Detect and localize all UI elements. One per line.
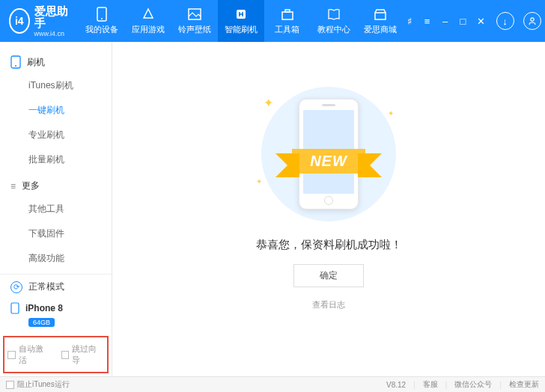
title-bar: i4 爱思助手 www.i4.cn 我的设备 应用游戏 铃声壁纸 智能刷机 工具… (0, 0, 545, 42)
wechat-link[interactable]: 微信公众号 (454, 379, 492, 390)
group-title: 刷机 (27, 56, 45, 69)
svg-point-9 (15, 65, 16, 67)
main-content: ✦ ✦ ✦ NEW 恭喜您，保资料刷机成功啦！ 确定 查看日志 (112, 42, 545, 376)
sidebar-item-other-tools[interactable]: 其他工具 (0, 197, 112, 221)
star-icon: ✦ (388, 109, 394, 117)
maximize-button[interactable]: □ (457, 15, 469, 27)
device-info[interactable]: iPhone 8 64GB (0, 299, 112, 335)
sidebar-item-pro-flash[interactable]: 专业刷机 (0, 123, 112, 147)
ok-button[interactable]: 确定 (293, 264, 364, 287)
tab-flash[interactable]: 智能刷机 (218, 0, 264, 42)
checkbox-label: 自动激活 (19, 343, 51, 366)
storage-badge: 64GB (28, 318, 55, 327)
tab-label: 铃声壁纸 (178, 24, 211, 35)
sidebar: 刷机 iTunes刷机 一键刷机 专业刷机 批量刷机 ≡ 更多 其他工具 下载固… (0, 42, 112, 376)
logo-icon: i4 (9, 8, 30, 34)
options-row: 自动激活 跳过向导 (3, 336, 109, 373)
tab-store[interactable]: 爱思商城 (357, 0, 404, 42)
success-message: 恭喜您，保资料刷机成功啦！ (256, 238, 402, 252)
star-icon: ✦ (256, 177, 262, 186)
check-update-link[interactable]: 检查更新 (509, 379, 539, 390)
store-icon (373, 7, 388, 22)
checkbox-label: 阻止iTunes运行 (17, 379, 70, 390)
sidebar-item-oneclick-flash[interactable]: 一键刷机 (0, 98, 112, 123)
skip-guide-checkbox[interactable]: 跳过向导 (61, 343, 105, 366)
svg-rect-6 (375, 13, 386, 19)
refresh-icon: ⟳ (10, 281, 22, 293)
sidebar-group-more[interactable]: ≡ 更多 (0, 172, 112, 197)
image-icon (187, 7, 202, 22)
tab-label: 工具箱 (275, 24, 299, 35)
menu-icon[interactable]: ♯ (404, 15, 415, 27)
tab-my-device[interactable]: 我的设备 (79, 0, 125, 42)
tab-label: 应用游戏 (132, 24, 165, 35)
download-button[interactable]: ↓ (496, 12, 514, 30)
new-ribbon: NEW (229, 145, 428, 177)
sidebar-item-advanced[interactable]: 高级功能 (0, 246, 112, 271)
hamburger-icon: ≡ (10, 181, 16, 192)
auto-activate-checkbox[interactable]: 自动激活 (7, 343, 51, 366)
device-mode[interactable]: ⟳ 正常模式 (0, 275, 112, 299)
close-button[interactable]: ✕ (475, 15, 487, 27)
view-log-link[interactable]: 查看日志 (312, 299, 345, 310)
window-controls: ♯ ≡ – □ ✕ ↓ (404, 12, 545, 30)
tab-label: 教程中心 (317, 24, 350, 35)
svg-point-7 (530, 18, 533, 21)
app-url: www.i4.cn (34, 30, 70, 37)
toolbox-icon (280, 7, 295, 22)
status-bar: 阻止iTunes运行 V8.12| 客服| 微信公众号| 检查更新 (0, 376, 545, 392)
sidebar-group-flash[interactable]: 刷机 (0, 48, 112, 73)
group-title: 更多 (22, 180, 40, 192)
sidebar-item-itunes-flash[interactable]: iTunes刷机 (0, 73, 112, 98)
svg-rect-5 (285, 10, 290, 12)
support-link[interactable]: 客服 (423, 379, 438, 390)
device-name-label: iPhone 8 (25, 303, 63, 313)
tab-label: 智能刷机 (225, 24, 258, 35)
version-label: V8.12 (386, 381, 406, 389)
tab-apps[interactable]: 应用游戏 (125, 0, 171, 42)
tab-label: 爱思商城 (364, 24, 397, 35)
svg-rect-10 (11, 303, 19, 313)
main-tabs: 我的设备 应用游戏 铃声壁纸 智能刷机 工具箱 教程中心 爱思商城 (79, 0, 404, 42)
checkbox-label: 跳过向导 (72, 343, 104, 366)
minimize-button[interactable]: – (439, 15, 451, 27)
phone-icon (10, 302, 19, 314)
sidebar-item-batch-flash[interactable]: 批量刷机 (0, 147, 112, 172)
svg-point-1 (101, 18, 103, 19)
list-icon[interactable]: ≡ (421, 15, 433, 27)
sidebar-item-download-firmware[interactable]: 下载固件 (0, 221, 112, 246)
success-illustration: ✦ ✦ ✦ NEW (250, 87, 407, 221)
tab-tools[interactable]: 工具箱 (264, 0, 311, 42)
star-icon: ✦ (264, 96, 273, 110)
block-itunes-checkbox[interactable]: 阻止iTunes运行 (6, 379, 70, 390)
phone-icon (94, 7, 109, 22)
tab-ringtones[interactable]: 铃声壁纸 (171, 0, 218, 42)
app-name: 爱思助手 (34, 5, 70, 30)
svg-rect-4 (282, 12, 293, 19)
mode-label: 正常模式 (28, 281, 64, 293)
app-logo: i4 爱思助手 www.i4.cn (0, 5, 79, 37)
phone-icon (10, 55, 21, 69)
flash-icon (234, 7, 249, 22)
tab-tutorials[interactable]: 教程中心 (311, 0, 357, 42)
user-button[interactable] (523, 12, 541, 30)
apps-icon (141, 7, 156, 22)
book-icon (326, 7, 341, 22)
tab-label: 我的设备 (85, 24, 118, 35)
